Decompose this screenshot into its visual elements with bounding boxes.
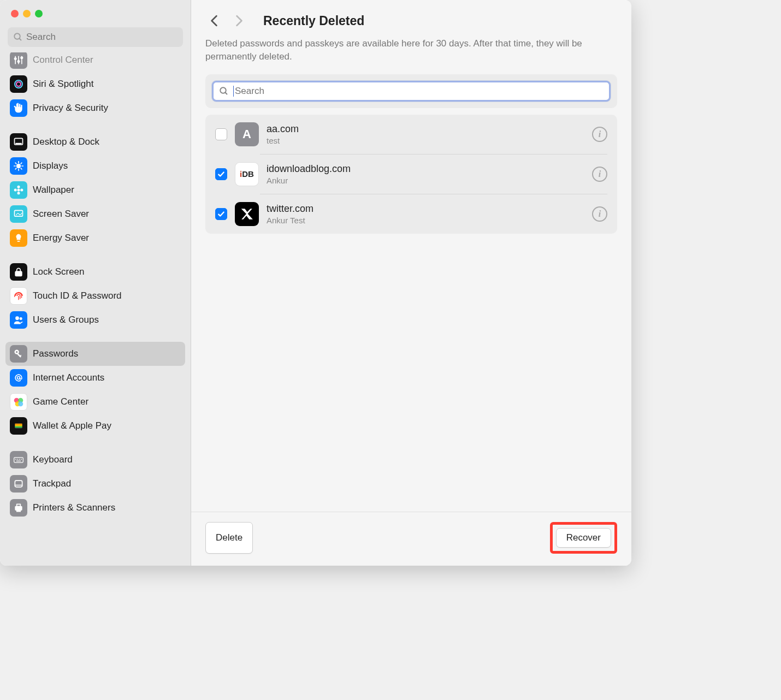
username: Ankur Test bbox=[267, 216, 584, 225]
sidebar-item-label: Desktop & Dock bbox=[33, 137, 99, 147]
site-name: twitter.com bbox=[267, 203, 584, 215]
site-name: idownloadblog.com bbox=[267, 163, 584, 175]
key-icon bbox=[10, 345, 27, 363]
chevron-right-icon bbox=[235, 15, 243, 27]
svg-point-7 bbox=[21, 57, 22, 58]
header: Recently Deleted bbox=[191, 0, 631, 37]
lock-icon bbox=[10, 263, 27, 281]
minimize-window-button[interactable] bbox=[23, 10, 31, 17]
sidebar-list: Control CenterSiri & SpotlightPrivacy & … bbox=[0, 52, 191, 566]
sidebar-item-label: Lock Screen bbox=[33, 266, 85, 277]
svg-rect-42 bbox=[15, 424, 22, 425]
sidebar-item-energy-saver[interactable]: Energy Saver bbox=[5, 226, 185, 250]
sidebar-item-control-center[interactable]: Control Center bbox=[5, 52, 185, 72]
svg-line-20 bbox=[15, 168, 16, 169]
close-window-button[interactable] bbox=[11, 10, 19, 17]
at-icon bbox=[10, 369, 27, 387]
svg-point-48 bbox=[19, 459, 20, 460]
screensaver-icon bbox=[10, 205, 27, 223]
svg-rect-50 bbox=[16, 461, 21, 461]
text-cursor bbox=[233, 86, 234, 97]
users-icon bbox=[10, 311, 27, 329]
sidebar-item-keyboard[interactable]: Keyboard bbox=[5, 448, 185, 472]
svg-point-47 bbox=[17, 459, 19, 460]
sidebar-item-lock-screen[interactable]: Lock Screen bbox=[5, 260, 185, 284]
password-row[interactable]: iDBidownloadblog.comAnkuri bbox=[205, 155, 617, 194]
sidebar-item-label: Control Center bbox=[33, 55, 93, 66]
svg-line-21 bbox=[21, 163, 22, 164]
sidebar-item-label: Wallet & Apple Pay bbox=[33, 420, 111, 431]
sidebar-item-wallpaper[interactable]: Wallpaper bbox=[5, 178, 185, 202]
svg-rect-28 bbox=[17, 241, 20, 242]
site-name: aa.com bbox=[267, 123, 584, 135]
sidebar-item-label: Trackpad bbox=[33, 478, 71, 489]
row-checkbox[interactable] bbox=[215, 128, 227, 140]
svg-rect-51 bbox=[15, 480, 22, 487]
sidebar-item-label: Privacy & Security bbox=[33, 103, 108, 114]
sidebar-item-siri-spotlight[interactable]: Siri & Spotlight bbox=[5, 72, 185, 96]
back-button[interactable] bbox=[205, 12, 223, 29]
content-search[interactable] bbox=[212, 81, 611, 102]
sidebar-item-displays[interactable]: Displays bbox=[5, 154, 185, 178]
sidebar-item-users-groups[interactable]: Users & Groups bbox=[5, 308, 185, 332]
info-button[interactable]: i bbox=[592, 127, 607, 142]
forward-button[interactable] bbox=[230, 12, 248, 29]
svg-rect-29 bbox=[15, 271, 22, 276]
svg-point-5 bbox=[15, 58, 16, 60]
content-search-input[interactable] bbox=[235, 86, 603, 97]
svg-point-0 bbox=[14, 33, 20, 39]
svg-point-56 bbox=[220, 87, 226, 93]
svg-rect-43 bbox=[15, 425, 22, 426]
sidebar-item-privacy-security[interactable]: Privacy & Security bbox=[5, 96, 185, 120]
svg-rect-44 bbox=[15, 426, 22, 428]
svg-point-6 bbox=[17, 61, 19, 62]
main-panel: Recently Deleted Deleted passwords and p… bbox=[191, 0, 631, 566]
sidebar-item-label: Users & Groups bbox=[33, 315, 99, 325]
svg-line-19 bbox=[21, 168, 22, 169]
sidebar-item-desktop-dock[interactable]: Desktop & Dock bbox=[5, 130, 185, 154]
username: Ankur bbox=[267, 176, 584, 185]
footer: Delete Recover bbox=[191, 512, 631, 566]
svg-point-25 bbox=[14, 189, 17, 192]
sidebar-item-passwords[interactable]: Passwords bbox=[5, 342, 185, 366]
gamecenter-icon bbox=[10, 393, 27, 411]
sidebar-item-label: Screen Saver bbox=[33, 209, 89, 220]
row-checkbox[interactable] bbox=[215, 208, 227, 220]
sidebar-search-input[interactable] bbox=[26, 32, 177, 43]
username: test bbox=[267, 136, 584, 145]
svg-point-23 bbox=[17, 186, 20, 188]
row-body: idownloadblog.comAnkur bbox=[267, 163, 584, 185]
page-title: Recently Deleted bbox=[263, 14, 364, 28]
svg-point-33 bbox=[16, 351, 17, 353]
trackpad-icon bbox=[10, 475, 27, 493]
svg-line-18 bbox=[15, 163, 16, 164]
sidebar-item-touch-id[interactable]: Touch ID & Password bbox=[5, 284, 185, 308]
sidebar-item-printers-scanners[interactable]: Printers & Scanners bbox=[5, 496, 185, 520]
row-checkbox[interactable] bbox=[215, 168, 227, 180]
sidebar-item-trackpad[interactable]: Trackpad bbox=[5, 472, 185, 496]
svg-point-31 bbox=[20, 317, 22, 320]
delete-button[interactable]: Delete bbox=[205, 522, 253, 554]
wallet-icon bbox=[10, 417, 27, 435]
sidebar-item-label: Wallpaper bbox=[33, 185, 74, 195]
password-row[interactable]: twitter.comAnkur Testi bbox=[205, 194, 617, 234]
site-icon: A bbox=[235, 122, 259, 146]
password-row[interactable]: Aaa.comtesti bbox=[205, 115, 617, 154]
fingerprint-red-icon bbox=[10, 287, 27, 305]
sidebar-item-game-center[interactable]: Game Center bbox=[5, 390, 185, 414]
sun-icon bbox=[10, 157, 27, 175]
sidebar-item-internet-accounts[interactable]: Internet Accounts bbox=[5, 366, 185, 390]
maximize-window-button[interactable] bbox=[35, 10, 43, 17]
printer-icon bbox=[10, 499, 27, 517]
info-button[interactable]: i bbox=[592, 167, 607, 182]
sidebar-search[interactable] bbox=[8, 27, 183, 47]
svg-point-24 bbox=[17, 192, 20, 194]
svg-rect-55 bbox=[17, 509, 21, 512]
sidebar-item-wallet-applepay[interactable]: Wallet & Apple Pay bbox=[5, 414, 185, 438]
sidebar-item-label: Internet Accounts bbox=[33, 372, 104, 383]
svg-line-1 bbox=[19, 38, 21, 40]
sidebar-item-screen-saver[interactable]: Screen Saver bbox=[5, 202, 185, 226]
info-button[interactable]: i bbox=[592, 206, 607, 222]
sidebar-item-label: Passwords bbox=[33, 348, 78, 359]
recover-button[interactable]: Recover bbox=[556, 528, 611, 548]
